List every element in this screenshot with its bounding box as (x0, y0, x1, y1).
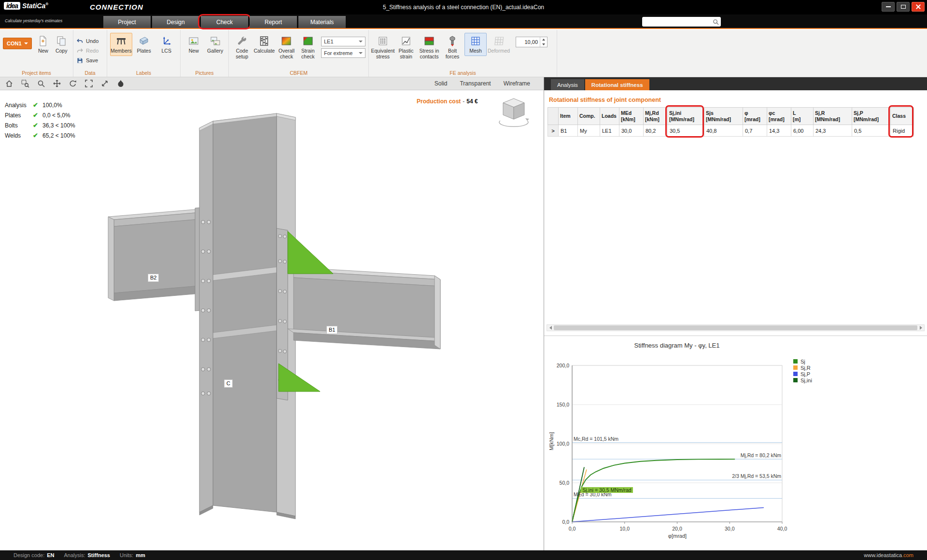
load-effect-select[interactable]: LE1 (321, 37, 365, 46)
mode-wireframe[interactable]: Wireframe (504, 80, 530, 87)
table-cell[interactable]: 24,3 (814, 125, 852, 137)
zoom-window-icon[interactable] (20, 78, 30, 89)
column-header-Item[interactable]: Item (559, 108, 578, 125)
overall-check-button[interactable]: Overall check (276, 33, 296, 62)
stress-in-contacts-button[interactable]: Stress in contacts (418, 33, 440, 62)
tab-rotational-stiffness[interactable]: Rotational stiffness (585, 79, 649, 90)
horizontal-scrollbar[interactable] (547, 324, 925, 331)
column-header-Sj,P[interactable]: Sj,P[MNm/rad] (852, 108, 891, 125)
deformed-scale-spinner[interactable]: 10,00 (516, 37, 548, 47)
scroll-right-button[interactable] (917, 325, 924, 331)
scroll-left-button[interactable] (547, 325, 554, 331)
table-cell[interactable]: My (578, 125, 600, 137)
column-header-Sj,R[interactable]: Sj,R[MNm/rad] (814, 108, 852, 125)
undo-button[interactable]: Undo (76, 37, 98, 45)
ref-line-label: 2/3 Mj,Rd = 53,5 kNm (689, 473, 781, 479)
resize-icon[interactable] (99, 78, 110, 89)
check-row-welds[interactable]: Welds✔65,2 < 100% (5, 130, 75, 140)
home-view-icon[interactable] (4, 78, 14, 89)
steel-connection-model[interactable] (0, 90, 544, 550)
gallery-button[interactable]: Gallery (205, 33, 226, 56)
member-label-c[interactable]: C (224, 379, 233, 388)
row-expander[interactable]: > (548, 125, 559, 137)
mode-transparent[interactable]: Transparent (460, 80, 491, 87)
minimize-button[interactable] (882, 2, 895, 12)
tab-check[interactable]: Check (201, 16, 248, 28)
column-header-Comp.[interactable]: Comp. (578, 108, 600, 125)
column-header-φ[interactable]: φ[mrad] (743, 108, 767, 125)
table-cell[interactable]: 0,5 (852, 125, 891, 137)
code-setup-button[interactable]: Code setup (232, 33, 252, 62)
spinner-up-button[interactable] (540, 37, 547, 42)
check-row-analysis[interactable]: Analysis✔100,0% (5, 100, 75, 110)
fit-view-icon[interactable] (84, 78, 94, 89)
extreme-select[interactable]: For extreme (321, 48, 365, 58)
viewport-canvas[interactable]: Analysis✔100,0% Plates✔0,0 < 5,0% Bolts✔… (0, 90, 544, 550)
table-cell[interactable]: B1 (559, 125, 578, 137)
table-cell[interactable]: LE1 (600, 125, 619, 137)
column-header-Sj,ini[interactable]: Sj,ini[MNm/rad] (668, 108, 704, 125)
equivalent-stress-button[interactable]: Equivalent stress (372, 33, 394, 62)
search-input[interactable] (644, 19, 713, 25)
column-header-MEd[interactable]: MEd[kNm] (619, 108, 644, 125)
pan-icon[interactable] (52, 78, 62, 89)
new-picture-button[interactable]: New (183, 33, 204, 56)
table-cell[interactable]: 6,00 (791, 125, 814, 137)
table-cell[interactable]: 80,2 (644, 125, 668, 137)
check-row-bolts[interactable]: Bolts✔36,3 < 100% (5, 120, 75, 130)
stiffness-table[interactable]: ItemComp.LoadsMEd[kNm]Mj,Rd[kNm]Sj,ini[M… (548, 107, 914, 137)
tab-materials[interactable]: Materials (298, 16, 346, 28)
rotate-view-icon[interactable] (68, 78, 78, 89)
check-pass-icon: ✔ (33, 101, 42, 109)
mode-solid[interactable]: Solid (435, 80, 448, 87)
lcs-labels-toggle[interactable]: LCS (155, 33, 177, 56)
check-row-plates[interactable]: Plates✔0,0 < 5,0% (5, 110, 75, 120)
website-link[interactable]: www.ideastatica.com (864, 552, 913, 558)
close-button[interactable] (912, 2, 925, 12)
column-header-Loads[interactable]: Loads (600, 108, 619, 125)
table-cell[interactable]: 40,8 (704, 125, 743, 137)
mesh-toggle[interactable]: Mesh (464, 33, 487, 56)
plastic-strain-button[interactable]: Plastic strain (395, 33, 417, 62)
spinner-down-button[interactable] (540, 42, 547, 47)
strain-check-button[interactable]: Strain check (298, 33, 318, 62)
column-header-Sjs[interactable]: Sjs[MNm/rad] (704, 108, 743, 125)
table-cell[interactable]: Rigid (891, 125, 914, 137)
redo-button[interactable]: Redo (76, 47, 98, 55)
member-label-b2[interactable]: B2 (148, 274, 159, 282)
column-header-Mj,Rd[interactable]: Mj,Rd[kNm] (644, 108, 668, 125)
column-header-φc[interactable]: φc[mrad] (767, 108, 791, 125)
column-header-L[interactable]: L[m] (791, 108, 814, 125)
tab-project[interactable]: Project (103, 16, 151, 28)
search-box[interactable] (642, 17, 721, 27)
bolt-forces-button[interactable]: Bolt forces (441, 33, 464, 62)
con1-dropdown[interactable]: CON1 (3, 38, 32, 49)
deformed-toggle[interactable]: Deformed (488, 33, 510, 56)
title-bar: idea StatiCa® CONNECTION 5_Stiffness ana… (0, 0, 927, 14)
calculate-button[interactable]: Calculate (253, 33, 275, 56)
table-cell[interactable]: 30,0 (619, 125, 644, 137)
tab-report[interactable]: Report (250, 16, 297, 28)
table-cell[interactable]: 14,3 (767, 125, 791, 137)
table-cell[interactable]: 30,5 (668, 125, 704, 137)
navigation-cube[interactable] (496, 95, 531, 127)
deformed-scale-value[interactable]: 10,00 (516, 37, 540, 47)
column-header-Class[interactable]: Class (891, 108, 914, 125)
plates-labels-toggle[interactable]: Plates (133, 33, 155, 56)
table-row[interactable]: >B1MyLE130,080,230,540,80,714,36,0024,30… (548, 125, 914, 137)
scrollbar-thumb[interactable] (554, 325, 917, 330)
copy-project-item-button[interactable]: Copy (53, 33, 70, 56)
shading-icon[interactable] (115, 78, 126, 89)
save-button[interactable]: Save (76, 56, 98, 64)
status-bar: Design code: EN Analysis: Stiffness Unit… (0, 550, 927, 560)
table-cell[interactable]: 0,7 (743, 125, 767, 137)
production-cost-label: Production cost (417, 98, 461, 105)
member-label-b1[interactable]: B1 (326, 326, 337, 334)
new-project-item-button[interactable]: New (35, 33, 52, 56)
3d-viewport[interactable]: Solid Transparent Wireframe (0, 77, 544, 550)
tab-analysis-results[interactable]: Analysis (551, 79, 584, 90)
members-labels-toggle[interactable]: Members (110, 33, 132, 56)
tab-design[interactable]: Design (152, 16, 199, 28)
zoom-icon[interactable] (36, 78, 46, 89)
maximize-button[interactable] (897, 2, 910, 12)
